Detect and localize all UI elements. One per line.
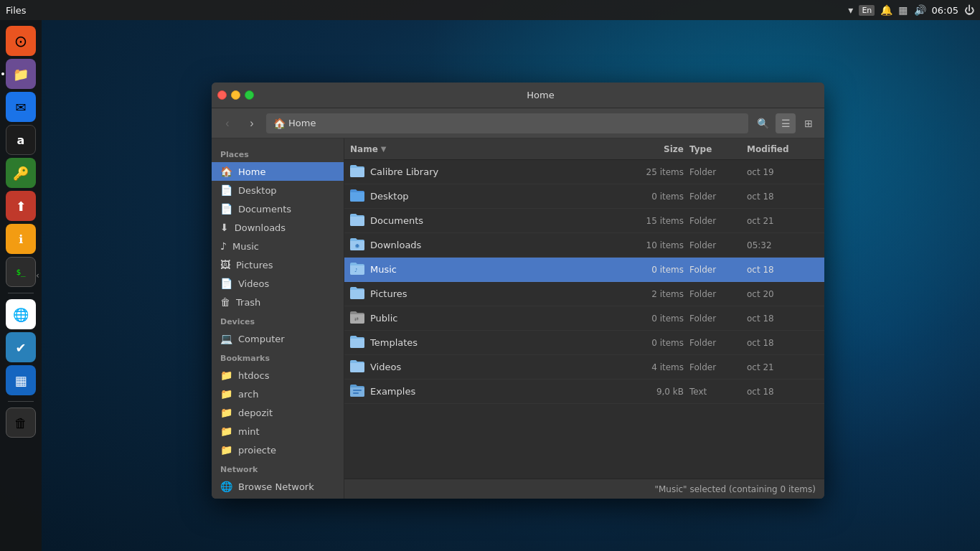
sidebar-item-documents[interactable]: 📄 Documents bbox=[212, 199, 344, 218]
table-row[interactable]: Downloads 10 items Folder 05:32 bbox=[344, 233, 824, 258]
file-type: Folder bbox=[689, 338, 747, 348]
pictures-icon: 🖼 bbox=[220, 259, 230, 270]
file-icon bbox=[350, 189, 370, 204]
file-type: Folder bbox=[689, 314, 747, 324]
sidebar-item-computer[interactable]: 💻 Computer bbox=[212, 329, 344, 348]
col-type-header[interactable]: Type bbox=[689, 144, 747, 154]
power-icon[interactable]: ⏻ bbox=[964, 4, 974, 16]
table-row[interactable]: Templates 0 items Folder oct 18 bbox=[344, 331, 824, 355]
sidebar-item-proiecte[interactable]: 📁 proiecte bbox=[212, 441, 344, 459]
search-button[interactable]: 🔍 bbox=[753, 113, 773, 133]
svg-rect-4 bbox=[353, 392, 359, 394]
file-name: Public bbox=[370, 313, 625, 324]
dock-item-files[interactable]: 📁 bbox=[6, 59, 36, 89]
table-row[interactable]: Videos 4 items Folder oct 21 bbox=[344, 355, 824, 380]
lang-indicator[interactable]: En bbox=[859, 5, 875, 16]
file-name: Templates bbox=[370, 337, 625, 348]
file-type: Folder bbox=[689, 216, 747, 226]
toolbar: ‹ › 🏠 Home 🔍 ☰ ⊞ bbox=[212, 108, 824, 138]
sidebar-item-mint[interactable]: 📁 mint bbox=[212, 422, 344, 441]
file-icon bbox=[350, 213, 370, 229]
col-name-label: Name bbox=[350, 144, 378, 154]
file-modified: oct 18 bbox=[747, 338, 819, 348]
table-row[interactable]: Pictures 2 items Folder oct 20 bbox=[344, 282, 824, 306]
mint-icon: 📁 bbox=[220, 425, 232, 437]
dock-item-ubuntu[interactable]: ⊙ bbox=[6, 26, 36, 56]
file-manager-window: Home ‹ › 🏠 Home 🔍 ☰ ⊞ Places 🏠 Home 📄 De… bbox=[212, 83, 824, 499]
sidebar-item-depozit[interactable]: 📁 depozit bbox=[212, 403, 344, 422]
dock-item-stack[interactable]: ▦ bbox=[6, 365, 36, 395]
downloads-icon: ⬇ bbox=[220, 222, 229, 233]
dock-item-key[interactable]: 🔑 bbox=[6, 158, 36, 188]
dock-item-chrome[interactable]: 🌐 bbox=[6, 299, 36, 329]
upload-dock-icon: ⬆ bbox=[15, 199, 26, 214]
back-button[interactable]: ‹ bbox=[217, 113, 237, 133]
dock-item-search[interactable]: a bbox=[6, 125, 36, 155]
trash-sidebar-icon: 🗑 bbox=[220, 296, 230, 308]
dock-item-upload[interactable]: ⬆ bbox=[6, 191, 36, 221]
sidebar-item-browse-network-label: Browse Network bbox=[238, 481, 314, 492]
svg-text:⇄: ⇄ bbox=[354, 316, 359, 322]
file-icon bbox=[350, 359, 370, 375]
list-view-button[interactable]: ☰ bbox=[776, 113, 796, 133]
window-controls bbox=[217, 90, 254, 100]
sidebar-item-trash[interactable]: 🗑 Trash bbox=[212, 293, 344, 311]
dock-item-trash[interactable]: 🗑 bbox=[6, 408, 36, 438]
dock-item-gtick[interactable]: ✔ bbox=[6, 332, 36, 362]
file-modified: oct 21 bbox=[747, 362, 819, 372]
col-modified-header[interactable]: Modified bbox=[747, 144, 819, 154]
table-row[interactable]: Desktop 0 items Folder oct 18 bbox=[344, 184, 824, 209]
key-dock-icon: 🔑 bbox=[13, 166, 29, 181]
sidebar-item-htdocs[interactable]: 📁 htdocs bbox=[212, 366, 344, 385]
grid-view-button[interactable]: ⊞ bbox=[798, 113, 819, 133]
file-icon bbox=[350, 237, 370, 253]
forward-button[interactable]: › bbox=[242, 113, 262, 133]
table-row[interactable]: ♪ Music 0 items Folder oct 18 bbox=[344, 258, 824, 282]
dock-collapse-btn[interactable]: ‹ bbox=[36, 270, 39, 281]
terminal-dock-icon: $_ bbox=[16, 268, 25, 277]
sidebar-item-videos[interactable]: 📄 Videos bbox=[212, 274, 344, 293]
dock-item-info[interactable]: ℹ bbox=[6, 224, 36, 254]
sidebar-item-trash-label: Trash bbox=[236, 297, 260, 308]
sidebar-item-desktop[interactable]: 📄 Desktop bbox=[212, 181, 344, 199]
file-size: 4 items bbox=[625, 362, 689, 372]
file-name: Downloads bbox=[370, 240, 625, 250]
sidebar-item-arch-label: arch bbox=[238, 389, 258, 400]
main-area: Places 🏠 Home 📄 Desktop 📄 Documents ⬇ Do… bbox=[212, 138, 824, 499]
status-text: "Music" selected (containing 0 items) bbox=[654, 484, 816, 494]
sidebar-item-browse-network[interactable]: 🌐 Browse Network bbox=[212, 477, 344, 496]
file-size: 9,0 kB bbox=[625, 387, 689, 397]
sidebar-item-downloads[interactable]: ⬇ Downloads bbox=[212, 218, 344, 237]
dock-separator bbox=[8, 293, 34, 293]
notification-icon: 🔔 bbox=[880, 4, 892, 16]
table-row[interactable]: Calibre Library 25 items Folder oct 19 bbox=[344, 160, 824, 184]
file-name: Calibre Library bbox=[370, 166, 625, 177]
file-type: Folder bbox=[689, 362, 747, 372]
col-name-header[interactable]: Name ▼ bbox=[350, 144, 625, 154]
file-name: Documents bbox=[370, 215, 625, 226]
location-bar[interactable]: 🏠 Home bbox=[266, 113, 748, 133]
table-row[interactable]: Examples 9,0 kB Text oct 18 bbox=[344, 380, 824, 404]
file-modified: oct 21 bbox=[747, 216, 819, 226]
maximize-button[interactable] bbox=[245, 90, 254, 100]
sidebar-item-htdocs-label: htdocs bbox=[238, 370, 269, 381]
sidebar-item-arch[interactable]: 📁 arch bbox=[212, 385, 344, 403]
table-row[interactable]: Documents 15 items Folder oct 21 bbox=[344, 209, 824, 233]
location-home-icon: 🏠 bbox=[273, 118, 286, 129]
dock-item-mail[interactable]: ✉ bbox=[6, 92, 36, 122]
minimize-button[interactable] bbox=[231, 90, 240, 100]
browse-network-icon: 🌐 bbox=[220, 481, 232, 492]
table-row[interactable]: ⇄ Public 0 items Folder oct 18 bbox=[344, 306, 824, 331]
sidebar-item-music[interactable]: ♪ Music bbox=[212, 237, 344, 255]
sidebar-item-pictures[interactable]: 🖼 Pictures bbox=[212, 255, 344, 274]
sidebar-item-home[interactable]: 🏠 Home bbox=[212, 162, 344, 181]
file-type: Folder bbox=[689, 265, 747, 275]
file-icon bbox=[350, 384, 370, 400]
sidebar-item-connect-server[interactable]: 🌐 Connect to Server bbox=[212, 496, 344, 499]
battery-icon: ▦ bbox=[898, 4, 908, 16]
col-size-label: Size bbox=[664, 144, 684, 154]
dock-item-terminal[interactable]: $_ bbox=[6, 257, 36, 287]
file-list-body: Calibre Library 25 items Folder oct 19 D… bbox=[344, 160, 824, 479]
col-size-header[interactable]: Size bbox=[625, 144, 689, 154]
close-button[interactable] bbox=[217, 90, 227, 100]
